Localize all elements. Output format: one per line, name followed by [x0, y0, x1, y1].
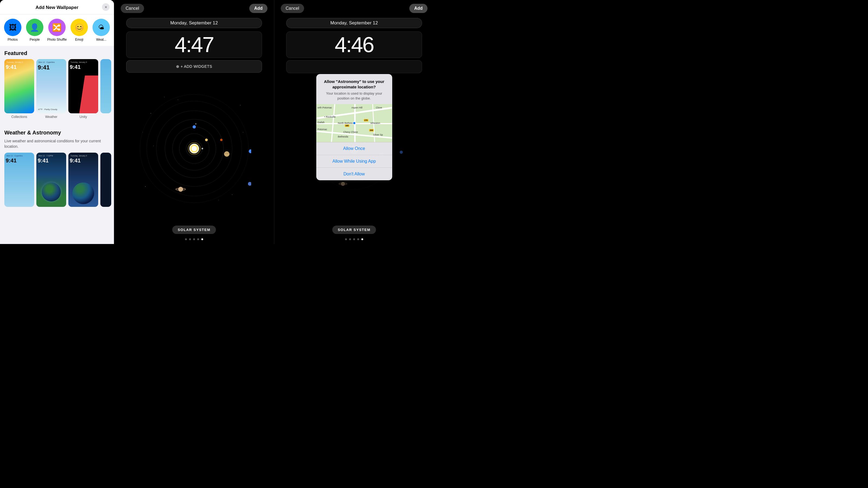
wallpaper-type-emoji[interactable]: 😊 Emoji: [70, 19, 89, 41]
weather2-thumb: Mon 12 · Cupertino 9:41: [4, 153, 34, 207]
panel3-date: Monday, September 12: [286, 18, 422, 28]
svg-point-23: [151, 113, 151, 113]
allow-once-button[interactable]: Allow Once: [316, 142, 392, 155]
svg-point-19: [178, 187, 183, 192]
svg-point-30: [232, 194, 232, 195]
dot-2: [189, 238, 191, 240]
wallpaper-type-photoshuffle[interactable]: 🔀 Photo Shuffle: [47, 19, 67, 41]
weather-thumb: Mon 12 · Cupertino 9:41 47°F · Partly Cl…: [36, 59, 66, 113]
solar-system-panel: Cancel Add Monday, September 12 4:47 ⊕ +…: [114, 0, 274, 244]
p3-dot-1: [345, 238, 347, 240]
people-icon: 👤: [26, 19, 43, 36]
panel1-scrollable-content: Featured Tuesday, January 9 9:41 Collect…: [0, 46, 114, 241]
weather-astronomy-desc: Live weather and astronomical conditions…: [0, 138, 114, 152]
featured-grid: Tuesday, January 9 9:41 Collections Mon …: [0, 59, 114, 123]
p3-dot-5-active: [361, 238, 363, 240]
svg-point-25: [145, 186, 146, 187]
people-label: People: [30, 38, 40, 41]
dot-1: [185, 238, 187, 240]
p3-dot-4: [357, 238, 359, 240]
weather-astronomy-header: Weather & Astronomy: [0, 125, 114, 138]
panel3-cancel-button[interactable]: Cancel: [281, 4, 304, 13]
earth2-item[interactable]: Tuesday, January 9 9:41: [68, 153, 98, 207]
solar-system-label: SOLAR SYSTEM: [172, 226, 216, 234]
featured-collections-item[interactable]: Tuesday, January 9 9:41 Collections: [4, 59, 34, 119]
map-highway-200: 200: [369, 129, 374, 131]
wallpaper-type-people[interactable]: 👤 People: [25, 19, 44, 41]
panel2-time: 4:47: [126, 31, 262, 58]
photoshuffle-label: Photo Shuffle: [47, 38, 67, 41]
svg-point-15: [220, 139, 222, 141]
p3-dot-3: [353, 238, 355, 240]
panel3-dots-indicator: [345, 236, 363, 244]
featured-section-header: Featured: [0, 46, 114, 59]
emoji-label: Emoji: [75, 38, 83, 41]
map-label-rockville: • Rockville: [324, 116, 336, 118]
panel3-solar-label: SOLAR SYSTEM: [332, 226, 376, 234]
add-widgets-label: + ADD WIDGETS: [181, 64, 212, 69]
svg-point-49: [400, 151, 403, 154]
solar-system-display: [114, 74, 274, 223]
panel3-add-button[interactable]: Add: [409, 4, 428, 13]
map-background: orth Potomac Aspen Hill Clove • Rockvill…: [316, 104, 392, 142]
add-widgets-bar[interactable]: ⊕ + ADD WIDGETS: [126, 60, 262, 73]
map-label-aspenhill: Aspen Hill: [351, 106, 363, 109]
weather-extra-thumb: [100, 153, 111, 207]
featured-unity-item[interactable]: Tuesday, January 9 9:41 Unity: [68, 59, 98, 119]
p3-dot-2: [349, 238, 351, 240]
weather-extra-item[interactable]: [100, 153, 111, 207]
panel3-widget-area: [286, 60, 422, 73]
map-label-silversp: Silver Sp: [373, 133, 383, 136]
map-location-dot: [352, 122, 356, 125]
wallpaper-type-photos[interactable]: 🖼 Photos: [3, 19, 22, 41]
weather2-item[interactable]: Mon 12 · Cupertino 9:41: [4, 153, 34, 207]
photos-label: Photos: [8, 38, 18, 41]
wallpaper-types-row: 🖼 Photos 👤 People 🔀 Photo Shuffle 😊 Emoj…: [0, 14, 114, 46]
svg-point-17: [224, 152, 229, 156]
close-icon: ✕: [104, 5, 107, 9]
panel2-content: Monday, September 12 4:47 ⊕ + ADD WIDGET…: [114, 16, 274, 244]
featured-extra-item[interactable]: [100, 59, 111, 119]
extra-thumb: [100, 59, 111, 113]
featured-weather-item[interactable]: Mon 12 · Cupertino 9:41 47°F · Partly Cl…: [36, 59, 66, 119]
svg-point-9: [191, 146, 197, 151]
section-divider: [0, 123, 114, 125]
panel2-cancel-button[interactable]: Cancel: [121, 4, 144, 13]
permission-dialog: Allow "Astronomy" to use your approximat…: [316, 74, 392, 180]
wallpaper-type-weather[interactable]: 🌤 Weat...: [92, 19, 111, 41]
solar-system-svg: [137, 92, 251, 205]
add-wallpaper-panel: Add New Wallpaper ✕ 🖼 Photos 👤 People 🔀 …: [0, 0, 114, 244]
svg-point-24: [240, 105, 241, 105]
weather-astronomy-grid: Mon 12 · Cupertino 9:41 Mon 12 · 7:32PM …: [0, 153, 114, 211]
map-label-cc: Chevy Chase: [343, 131, 358, 133]
permission-map: orth Potomac Aspen Hill Clove • Rockvill…: [316, 104, 392, 142]
svg-point-47: [341, 182, 345, 186]
map-label-potomac: orth Potomac: [318, 106, 332, 109]
svg-point-26: [243, 132, 243, 133]
svg-point-32: [143, 132, 143, 133]
svg-point-14: [195, 123, 196, 124]
weather-thumb-label: Weather: [45, 115, 57, 119]
svg-point-28: [218, 200, 219, 200]
weather-icon-label: Weat...: [96, 38, 106, 41]
unity-red-shape: [79, 75, 98, 113]
emoji-icon: 😊: [70, 19, 88, 36]
map-highway-495: 495: [345, 124, 350, 127]
svg-point-31: [178, 99, 178, 100]
svg-point-13: [193, 125, 196, 129]
svg-point-11: [202, 148, 203, 150]
allow-while-using-button[interactable]: Allow While Using App: [316, 155, 392, 168]
permission-description: Your location is used to display your po…: [321, 91, 388, 101]
unity-thumb-label: Unity: [80, 115, 87, 119]
map-label-wheaton: Wheaton: [371, 122, 380, 124]
svg-point-12: [205, 138, 208, 141]
add-widgets-plus-icon: ⊕: [176, 64, 181, 69]
panel2-add-button[interactable]: Add: [249, 4, 268, 13]
photos-icon: 🖼: [4, 19, 22, 36]
close-button[interactable]: ✕: [102, 3, 110, 11]
map-label-gailah: Gailah: [318, 121, 325, 124]
earth-item[interactable]: Mon 12 · 7:32PM 9:41: [36, 153, 66, 207]
earth-thumb: Mon 12 · 7:32PM 9:41: [36, 153, 66, 207]
dont-allow-button[interactable]: Don't Allow: [316, 168, 392, 180]
svg-point-29: [153, 145, 154, 146]
